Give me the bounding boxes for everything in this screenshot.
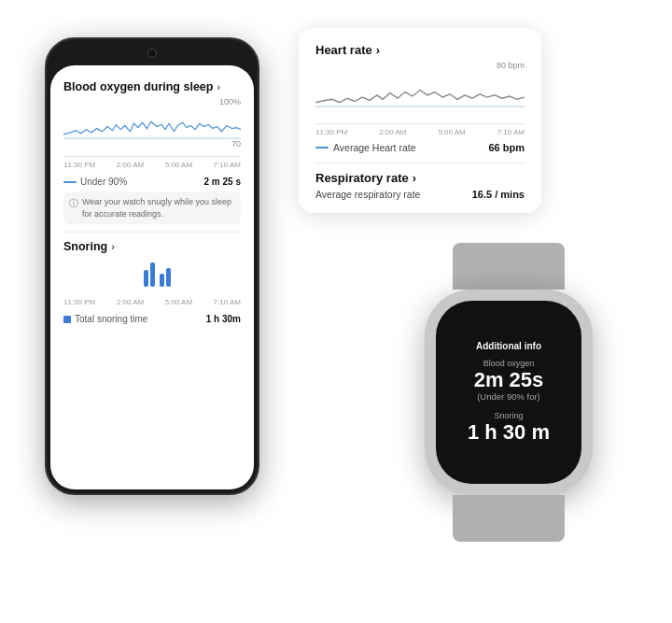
hr-time-2: 2:00 AM (379, 128, 406, 136)
watch-body: Additional info Blood oxygen 2m 25s (Und… (425, 290, 593, 495)
snoring-chart (63, 257, 241, 294)
phone: Blood oxygen during sleep › 100% 70 11:3… (45, 37, 259, 495)
heart-rate-chevron: › (376, 43, 380, 57)
heart-rate-times: 11:30 PM 2:00 AM 5:00 AM 7:10 AM (315, 128, 525, 136)
respiratory-rate-title[interactable]: Respiratory rate › (315, 171, 525, 185)
respiratory-chevron: › (413, 171, 416, 185)
snore-time-3: 5:00 AM (165, 298, 192, 306)
avg-hr-value: 66 bpm (488, 142, 525, 153)
snore-stat-row: Total snoring time 1 h 30m (63, 314, 241, 324)
info-text: Wear your watch snugly while you sleep f… (82, 196, 235, 219)
snore-time-2: 2:00 AM (117, 298, 144, 306)
info-row: ⓘ Wear your watch snugly while you sleep… (63, 191, 241, 224)
snore-total-value: 1 h 30m (206, 314, 241, 324)
watch-band-top (453, 243, 565, 290)
snore-bar-4 (166, 268, 171, 287)
time-4: 7:10 AM (214, 161, 241, 169)
heart-rate-svg (315, 61, 525, 123)
avg-resp-value: 16.5 / mins (472, 189, 525, 200)
watch-title: Additional info (476, 341, 541, 351)
divider (63, 232, 241, 233)
hr-time-3: 5:00 AM (438, 128, 465, 136)
watch-band-bottom (453, 495, 565, 542)
watch-blood-oxygen-label: Blood oxygen (483, 359, 535, 368)
avg-resp-label: Average respiratory rate (315, 189, 420, 200)
chart-min-label: 70 (231, 139, 241, 149)
smartwatch: Additional info Blood oxygen 2m 25s (Und… (406, 271, 611, 514)
hr-time-1: 11:30 PM (315, 128, 347, 136)
phone-screen: Blood oxygen during sleep › 100% 70 11:3… (50, 65, 254, 489)
avg-hr-dash (315, 147, 329, 149)
watch-blood-oxygen-value: 2m 25s (474, 369, 544, 391)
snore-bar-2 (150, 262, 155, 287)
under90-dash (63, 181, 77, 183)
watch-blood-oxygen-sub: (Under 90% for) (477, 391, 540, 402)
card-divider (315, 163, 525, 163)
blood-oxygen-title[interactable]: Blood oxygen during sleep › (63, 80, 241, 93)
time-1: 11:30 PM (63, 161, 95, 169)
avg-heart-rate-row: Average Heart rate 66 bpm (315, 142, 525, 153)
heart-rate-chart: 80 bpm (315, 61, 525, 124)
blood-oxygen-svg (63, 97, 241, 156)
time-3: 5:00 AM (165, 161, 192, 169)
snore-square (63, 316, 71, 323)
info-icon: ⓘ (69, 197, 78, 210)
under90-row: Under 90% 2 m 25 s (63, 177, 241, 187)
snoring-times: 11:30 PM 2:00 AM 5:00 AM 7:10 AM (63, 298, 241, 306)
snore-bar-3 (160, 274, 164, 287)
time-2: 2:00 AM (117, 161, 144, 169)
hr-time-4: 7:10 AM (497, 128, 525, 136)
watch-snoring-value: 1 h 30 m (468, 421, 550, 444)
health-card: Heart rate › 80 bpm 11:30 PM 2:00 AM 5:0… (299, 28, 541, 213)
snore-time-1: 11:30 PM (63, 298, 95, 306)
heart-rate-max-label: 80 bpm (497, 61, 525, 70)
snore-time-4: 7:10 AM (214, 298, 241, 306)
phone-camera (147, 49, 157, 58)
blood-oxygen-times: 11:30 PM 2:00 AM 5:00 AM 7:10 AM (63, 161, 241, 169)
chart-max-label: 100% (219, 97, 241, 106)
blood-oxygen-chart: 100% 70 (63, 97, 241, 157)
under90-value: 2 m 25 s (204, 177, 241, 187)
watch-snoring-label: Snoring (494, 411, 523, 420)
snoring-title[interactable]: Snoring › (63, 240, 241, 253)
avg-resp-row: Average respiratory rate 16.5 / mins (315, 189, 525, 200)
blood-oxygen-chevron: › (217, 81, 220, 92)
snore-bar-1 (144, 270, 148, 287)
heart-rate-title[interactable]: Heart rate › (315, 43, 525, 57)
snoring-chevron: › (111, 241, 115, 252)
watch-screen: Additional info Blood oxygen 2m 25s (Und… (436, 301, 581, 484)
